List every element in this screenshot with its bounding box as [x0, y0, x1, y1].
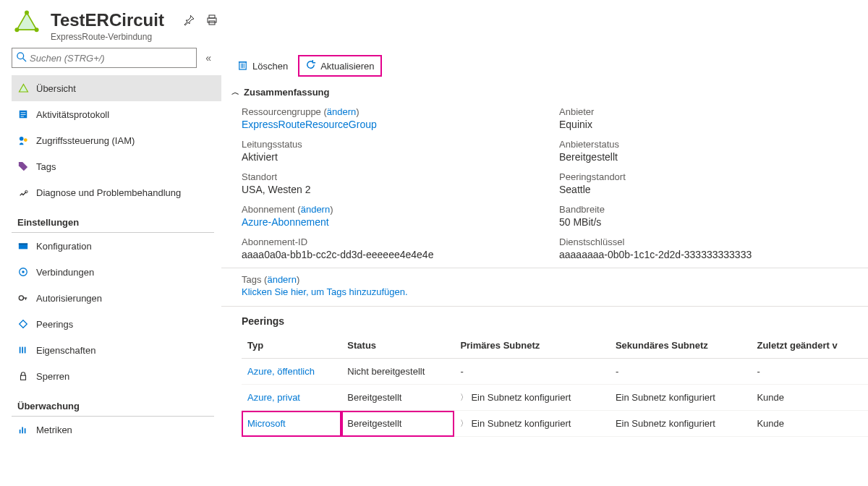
change-tags-link[interactable]: ändern — [267, 274, 296, 285]
properties-icon — [17, 345, 29, 355]
chevron-up-icon: ︿ — [231, 87, 239, 98]
sidebar-item-label: Tags — [36, 161, 56, 172]
col-status[interactable]: Status — [341, 333, 454, 359]
tags-icon — [17, 161, 29, 171]
svg-rect-28 — [21, 375, 26, 380]
sidebar-item-overview[interactable]: Übersicht — [12, 75, 221, 101]
table-row[interactable]: MicrosoftBereitgestellt〉 Ein Subnetz kon… — [242, 411, 868, 437]
sidebar-item-properties[interactable]: Eigenschaften — [12, 337, 221, 363]
expressroute-icon — [14, 10, 39, 37]
refresh-button[interactable]: Aktualisieren — [298, 55, 381, 77]
activity-log-icon — [17, 109, 29, 119]
delete-button[interactable]: Löschen — [231, 56, 294, 75]
refresh-icon — [305, 59, 316, 72]
sidebar-item-authorizations[interactable]: Autorisierungen — [12, 285, 221, 311]
svg-rect-29 — [20, 430, 21, 433]
col-primary[interactable]: Primäres Subnetz — [454, 333, 610, 359]
trash-icon — [237, 59, 248, 72]
svg-point-15 — [23, 138, 27, 142]
svg-rect-4 — [209, 15, 215, 18]
svg-marker-0 — [17, 12, 36, 30]
field-provider-status: Anbieterstatus Bereitgestellt — [559, 139, 848, 163]
col-type[interactable]: Typ — [242, 333, 341, 359]
page-header: TestERCircuit ExpressRoute-Verbindung — [0, 0, 868, 48]
svg-rect-27 — [25, 347, 26, 354]
change-rg-link[interactable]: ändern — [327, 106, 356, 117]
last-modified: Kunde — [751, 411, 868, 437]
search-icon — [17, 52, 27, 64]
sidebar-item-activity-log[interactable]: Aktivitätsprotokoll — [12, 101, 221, 127]
col-secondary[interactable]: Sekundäres Subnetz — [610, 333, 752, 359]
print-icon[interactable] — [206, 14, 218, 28]
sidebar-item-connections[interactable]: Verbindungen — [12, 259, 221, 285]
peerings-icon — [17, 319, 29, 329]
authorizations-icon — [17, 293, 29, 303]
peering-status: Nicht bereitgestellt — [341, 359, 454, 385]
field-location: Standort USA, Westen 2 — [242, 171, 530, 195]
sidebar-item-locks[interactable]: Sperren — [12, 363, 221, 389]
sidebar-item-tags[interactable]: Tags — [12, 153, 221, 179]
field-subscription: Abonnement (ändern) Azure-Abonnement — [242, 204, 530, 228]
sidebar-item-label: Sperren — [36, 371, 69, 382]
secondary-subnet: - — [610, 359, 752, 385]
field-peering-location: Peeringstandort Seattle — [559, 171, 848, 195]
add-tags-link[interactable]: Klicken Sie hier, um Tags hinzuzufügen. — [242, 286, 851, 297]
svg-rect-18 — [19, 244, 27, 245]
field-provider: Anbieter Equinix — [559, 106, 848, 130]
table-row[interactable]: Azure, privatBereitgestellt〉 Ein Subnetz… — [242, 385, 868, 411]
collapse-sidebar-icon[interactable]: « — [203, 49, 214, 67]
page-subtitle: ExpressRoute-Verbindung — [51, 32, 164, 42]
search-input[interactable] — [30, 53, 192, 64]
svg-point-20 — [22, 270, 25, 273]
svg-point-2 — [35, 27, 39, 32]
sidebar-item-configuration[interactable]: Konfiguration — [12, 233, 221, 259]
summary-header[interactable]: ︿ Zusammenfassung — [221, 84, 868, 103]
sidebar-item-label: Diagnose und Problembehandlung — [36, 187, 181, 198]
sidebar-item-label: Autorisierungen — [36, 293, 102, 304]
peering-type-link[interactable]: Microsoft — [247, 418, 286, 429]
tags-row: Tags (ändern) Klicken Sie hier, um Tags … — [221, 268, 868, 307]
sidebar-item-label: Eigenschaften — [36, 345, 95, 356]
toolbar: Löschen Aktualisieren — [221, 48, 868, 84]
chevron-right-icon: 〉 — [460, 418, 468, 429]
peering-status: Bereitgestellt — [341, 411, 454, 437]
svg-rect-12 — [21, 114, 26, 115]
summary-title: Zusammenfassung — [244, 87, 329, 98]
peerings-table: Typ Status Primäres Subnetz Sekundäres S… — [242, 333, 868, 437]
svg-point-14 — [19, 136, 23, 140]
sidebar-item-label: Metriken — [36, 425, 72, 435]
secondary-subnet: Ein Subnetz konfiguriert — [610, 411, 752, 437]
svg-rect-11 — [21, 112, 26, 113]
sidebar-item-iam[interactable]: Zugriffssteuerung (IAM) — [12, 127, 221, 153]
subscription-link[interactable]: Azure-Abonnement — [242, 216, 530, 228]
peering-type-link[interactable]: Azure, öffentlich — [247, 366, 315, 377]
sidebar-section-settings: Einstellungen — [12, 208, 214, 233]
page-title: TestERCircuit — [51, 10, 164, 30]
sidebar-item-peerings[interactable]: Peerings — [12, 311, 221, 337]
peerings-title: Peerings — [242, 315, 868, 333]
svg-point-1 — [25, 10, 29, 14]
primary-subnet: 〉 Ein Subnetz konfiguriert — [460, 392, 604, 403]
peering-type-link[interactable]: Azure, privat — [247, 392, 300, 403]
field-circuit-status: Leitungsstatus Aktiviert — [242, 139, 530, 163]
sidebar-item-metrics[interactable]: Metriken — [12, 417, 221, 443]
peering-status: Bereitgestellt — [341, 385, 454, 411]
field-service-key: Dienstschlüssel aaaaaaaa-0b0b-1c1c-2d2d-… — [559, 236, 848, 260]
overview-icon — [17, 83, 29, 94]
table-row[interactable]: Azure, öffentlichNicht bereitgestellt--- — [242, 359, 868, 385]
lock-icon — [17, 371, 29, 381]
sidebar-item-diagnose[interactable]: Diagnose und Problembehandlung — [12, 179, 221, 205]
change-sub-link[interactable]: ändern — [301, 204, 330, 215]
col-lastmod[interactable]: Zuletzt geändert v — [751, 333, 868, 359]
rg-value-link[interactable]: ExpressRouteResourceGroup — [242, 119, 530, 130]
svg-rect-25 — [20, 347, 21, 354]
svg-point-21 — [19, 296, 23, 300]
summary-grid: Ressourcengruppe (ändern) ExpressRouteRe… — [221, 103, 868, 268]
pin-icon[interactable] — [183, 14, 195, 28]
search-input-wrapper[interactable] — [12, 48, 197, 68]
connections-icon — [17, 267, 29, 277]
svg-marker-9 — [19, 84, 27, 92]
sidebar-item-label: Peerings — [36, 319, 73, 330]
sidebar-item-label: Übersicht — [36, 83, 76, 94]
peerings-block: Peerings Typ Status Primäres Subnetz Sek… — [221, 307, 868, 437]
